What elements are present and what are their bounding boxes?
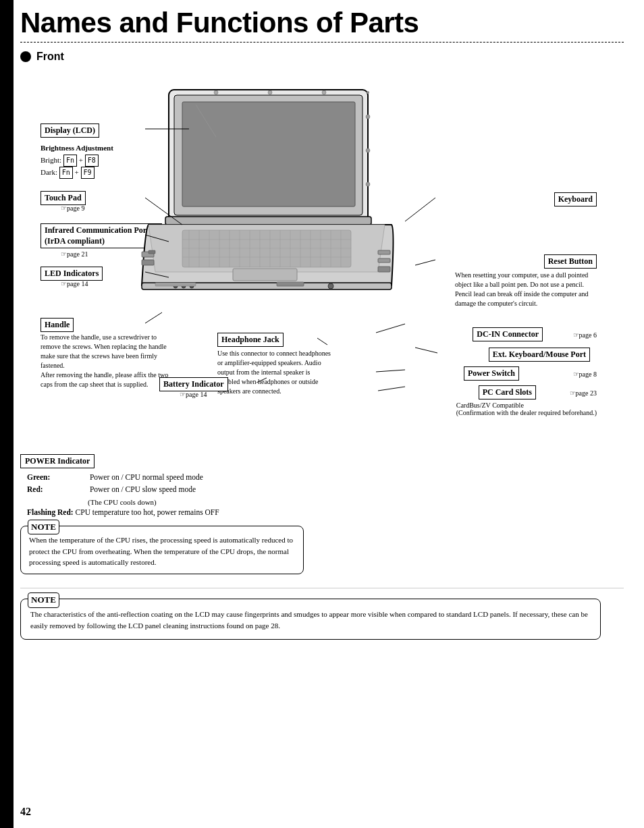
handle-label: Handle: [41, 318, 74, 332]
power-switch-label: Power Switch: [464, 366, 519, 381]
section-label: Front: [36, 51, 64, 63]
svg-rect-37: [155, 283, 196, 286]
svg-rect-6: [165, 217, 371, 225]
diagram-area: Display (LCD) Brightness Adjustment Brig…: [20, 70, 624, 447]
pc-card-ref: ☞page 23: [570, 389, 597, 397]
flashing-red-row: Flashing Red: CPU temperature too hot, p…: [27, 508, 624, 516]
power-switch-ref: ☞page 8: [573, 370, 597, 378]
ext-keyboard-label: Ext. Keyboard/Mouse Port: [489, 348, 590, 362]
svg-rect-30: [378, 250, 390, 254]
laptop-illustration: [128, 83, 412, 315]
note2-label: NOTE: [28, 592, 59, 608]
svg-rect-27: [233, 269, 297, 281]
note2-box: NOTE The characteristics of the anti-ref…: [20, 599, 601, 640]
svg-line-58: [378, 387, 405, 391]
laptop-svg: [128, 83, 412, 312]
battery-indicator-label: Battery Indicator: [159, 377, 228, 391]
note1-label: NOTE: [28, 520, 59, 534]
handle-desc: To remove the handle, use a screwdriver …: [41, 333, 172, 389]
note1-container: NOTE When the temperature of the CPU ris…: [20, 526, 624, 574]
infrared-ref: ☞page 21: [61, 250, 88, 258]
svg-rect-31: [378, 258, 390, 263]
reset-desc: When resetting your computer, use a dull…: [455, 271, 597, 308]
red-row: Red: Power on / CPU slow speed mode (The…: [27, 483, 624, 508]
bright-label: Bright:: [41, 156, 61, 164]
display-lcd-label: Display (LCD): [41, 123, 99, 138]
svg-point-41: [366, 148, 370, 153]
svg-line-56: [415, 348, 437, 353]
svg-rect-2: [182, 102, 355, 206]
headphone-jack-label: Headphone Jack: [217, 333, 284, 347]
f9-key: F9: [81, 167, 95, 179]
keyboard-label: Keyboard: [554, 192, 597, 206]
led-label: LED Indicators: [41, 267, 103, 281]
svg-line-54: [415, 260, 435, 265]
power-table: Green: Power on / CPU normal speed mode …: [27, 471, 624, 508]
page-stripe: [0, 0, 14, 828]
f8-key: F8: [85, 155, 99, 167]
svg-line-55: [376, 324, 405, 333]
svg-line-57: [376, 370, 405, 372]
page-title: Names and Functions of Parts: [20, 7, 624, 39]
svg-line-51: [317, 338, 327, 345]
fn-key-2: Fn: [59, 167, 73, 179]
led-ref: ☞page 14: [61, 280, 88, 287]
pc-card-label: PC Card Slots: [479, 385, 536, 399]
dc-in-ref: ☞page 6: [573, 331, 597, 339]
page-number: 42: [20, 806, 31, 818]
fn-key-1: Fn: [63, 155, 77, 167]
dark-row: Dark: Fn + F9: [41, 167, 113, 179]
brightness-section: Brightness Adjustment Bright: Fn + F8 Da…: [41, 142, 113, 179]
bottom-section: NOTE The characteristics of the anti-ref…: [20, 588, 624, 640]
reset-button-label: Reset Button: [544, 254, 597, 269]
section-header: Front: [20, 51, 624, 63]
bright-row: Bright: Fn + F8: [41, 155, 113, 167]
svg-rect-32: [378, 267, 390, 272]
power-indicator-box: POWER Indicator: [20, 454, 95, 468]
note1-content: When the temperature of the CPU rises, t…: [29, 534, 295, 568]
note2-content: The characteristics of the anti-reflecti…: [30, 609, 591, 632]
svg-point-40: [366, 115, 370, 119]
touchpad-ref: ☞page 9: [61, 204, 84, 212]
svg-point-45: [367, 91, 369, 94]
svg-point-4: [268, 90, 272, 94]
svg-point-42: [366, 182, 370, 186]
green-row: Green: Power on / CPU normal speed mode: [27, 471, 624, 483]
svg-rect-43: [149, 250, 155, 254]
power-indicator-section: POWER Indicator Green: Power on / CPU no…: [20, 454, 624, 516]
section-bullet: [20, 51, 31, 62]
headphone-desc: Use this connector to connect headphones…: [217, 349, 332, 396]
svg-rect-38: [277, 282, 304, 286]
battery-ref: ☞page 14: [180, 391, 207, 398]
svg-point-3: [214, 90, 218, 94]
svg-rect-29: [142, 260, 154, 265]
svg-rect-7: [182, 230, 351, 267]
note1-box: NOTE When the temperature of the CPU ris…: [20, 526, 304, 574]
svg-point-5: [322, 90, 326, 94]
title-divider: [20, 42, 624, 43]
dc-in-label: DC-IN Connector: [473, 327, 543, 341]
svg-point-39: [328, 283, 333, 289]
pc-card-sub: CardBus/ZV Compatible (Confirmation with…: [456, 402, 597, 416]
dark-label: Dark:: [41, 168, 57, 176]
brightness-label: Brightness Adjustment: [41, 142, 113, 155]
touchpad-label: Touch Pad: [41, 191, 86, 205]
